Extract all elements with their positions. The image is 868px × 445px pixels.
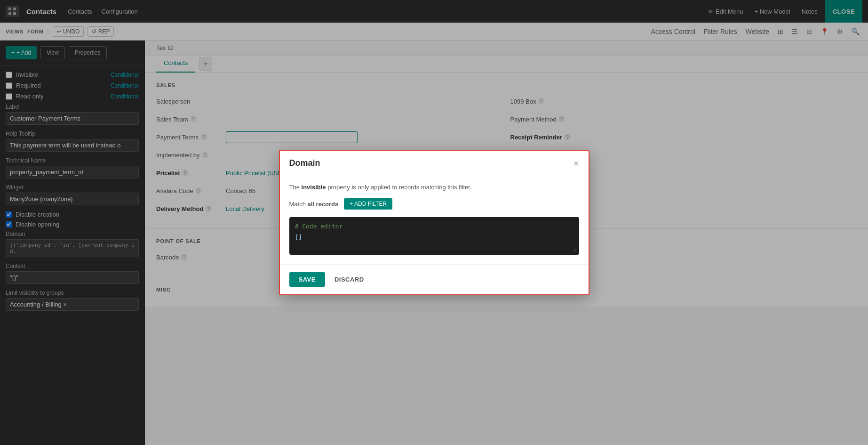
code-comment: # Code editor bbox=[295, 223, 573, 230]
modal-title: Domain bbox=[289, 158, 320, 168]
code-value[interactable]: [] bbox=[295, 234, 573, 241]
modal-description: The invisible property is only applied t… bbox=[289, 184, 579, 191]
modal-close-button[interactable]: × bbox=[573, 159, 579, 168]
domain-modal: Domain × The invisible property is only … bbox=[279, 150, 589, 295]
modal-footer: SAVE DISCARD bbox=[280, 264, 589, 294]
modal-header: Domain × bbox=[280, 151, 589, 174]
add-filter-button[interactable]: + ADD FILTER bbox=[344, 198, 392, 210]
resize-handle[interactable]: ⇲ bbox=[573, 246, 577, 253]
modal-overlay[interactable]: Domain × The invisible property is only … bbox=[0, 0, 868, 445]
save-button[interactable]: SAVE bbox=[289, 272, 325, 287]
code-editor[interactable]: # Code editor [] ⇲ bbox=[289, 217, 579, 255]
modal-filter-row: Match all records + ADD FILTER bbox=[289, 198, 579, 210]
discard-button[interactable]: DISCARD bbox=[331, 272, 368, 287]
modal-description-bold: invisible bbox=[302, 184, 326, 191]
match-label: Match all records bbox=[289, 201, 339, 208]
modal-body: The invisible property is only applied t… bbox=[280, 174, 589, 264]
